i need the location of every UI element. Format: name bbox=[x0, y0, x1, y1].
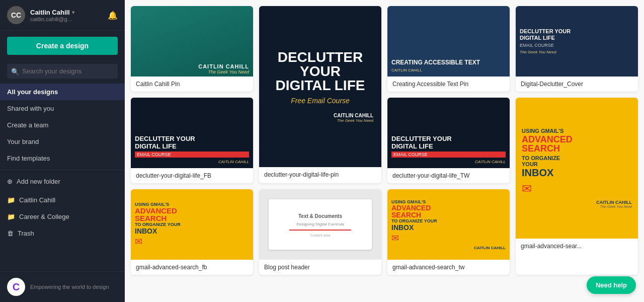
sidebar-item-find-templates[interactable]: Find templates bbox=[0, 150, 125, 167]
user-name: Caitlin Cahill ▾ bbox=[30, 9, 104, 16]
main-content: CAITLIN CAHILL The Geek You Need Caitlin… bbox=[125, 0, 644, 302]
search-input[interactable] bbox=[7, 64, 118, 79]
folder-icon: 📁 bbox=[7, 213, 15, 220]
design-card-gmail-fb[interactable]: USING GMAIL'S ADVANCEDSEARCH TO ORGANIZE… bbox=[131, 189, 253, 275]
sidebar-item-all-designs[interactable]: All your designs bbox=[0, 84, 125, 100]
design-card-declutter-fb[interactable]: DECLUTTER YOURDIGITAL LIFE EMAIL COURSE … bbox=[131, 98, 253, 183]
need-help-button[interactable]: Need help bbox=[587, 276, 636, 294]
folder-icon: 📁 bbox=[7, 196, 15, 204]
design-thumb: USING GMAIL'S ADVANCEDSEARCH TO ORGANIZE… bbox=[387, 189, 510, 260]
design-card-blog-post[interactable]: Text & Documents Designing Digital Curri… bbox=[259, 189, 381, 275]
sidebar: CC Caitlin Cahill ▾ caitlin.cahill@g... … bbox=[0, 0, 125, 302]
design-card-gmail-right-large[interactable]: USING GMAIL'S ADVANCEDSEARCH TO ORGANIZE… bbox=[516, 98, 638, 275]
sidebar-footer: C Empowering the world to design bbox=[0, 271, 125, 302]
design-label: declutter-your-digital-life-pin bbox=[259, 167, 381, 182]
avatar: CC bbox=[7, 6, 25, 24]
design-card-declutter-tw[interactable]: DECLUTTER YOURDIGITAL LIFE EMAIL COURSE … bbox=[387, 98, 510, 183]
design-thumb: USING GMAIL'S ADVANCEDSEARCH TO ORGANIZE… bbox=[516, 98, 638, 239]
search-container: 🔍 bbox=[7, 64, 118, 79]
design-label: gmail-advanced-search_tw bbox=[387, 260, 510, 275]
design-label: gmail-advanced-sear... bbox=[516, 239, 638, 254]
design-thumb: USING GMAIL'S ADVANCEDSEARCH TO ORGANIZE… bbox=[131, 189, 253, 260]
user-info: Caitlin Cahill ▾ caitlin.cahill@g... bbox=[30, 9, 104, 22]
bell-icon[interactable]: 🔔 bbox=[108, 11, 118, 20]
user-email: caitlin.cahill@g... bbox=[30, 16, 104, 22]
dropdown-arrow-icon[interactable]: ▾ bbox=[72, 10, 74, 15]
sidebar-folder-career[interactable]: 📁 Career & College bbox=[0, 208, 125, 225]
design-label: declutter-your-digital-life_TW bbox=[387, 168, 510, 183]
design-card-gmail-tw[interactable]: USING GMAIL'S ADVANCEDSEARCH TO ORGANIZE… bbox=[387, 189, 510, 275]
sidebar-item-create-team[interactable]: Create a team bbox=[0, 117, 125, 133]
design-thumb: DECLUTTER YOURDIGITAL LIFE EMAIL COURSE … bbox=[131, 98, 253, 168]
footer-tagline: Empowering the world to design bbox=[30, 283, 109, 290]
design-thumb: DECLUTTERYOURDIGITAL LIFE Free Email Cou… bbox=[259, 6, 381, 167]
canva-logo: C bbox=[7, 278, 25, 296]
design-card-caitlin-pin[interactable]: CAITLIN CAHILL The Geek You Need Caitlin… bbox=[131, 6, 253, 92]
design-thumb: CREATING ACCESSIBLE TEXT CAITLIN CAHILL bbox=[387, 6, 510, 77]
design-card-digital-declutter[interactable]: DECLUTTER YOURDIGITAL LIFE EMAIL COURSE … bbox=[516, 6, 638, 92]
design-label: gmail-advanced-search_fb bbox=[131, 260, 253, 275]
create-design-button[interactable]: Create a design bbox=[7, 37, 118, 55]
sidebar-item-your-brand[interactable]: Your brand bbox=[0, 133, 125, 150]
add-folder-button[interactable]: ⊕ Add new folder bbox=[0, 173, 125, 190]
design-card-accessible-text[interactable]: CREATING ACCESSIBLE TEXT CAITLIN CAHILL … bbox=[387, 6, 510, 92]
design-card-declutter-pin[interactable]: DECLUTTERYOURDIGITAL LIFE Free Email Cou… bbox=[259, 6, 381, 183]
folder-section: 📁 Caitlin Cahill 📁 Career & College 🗑 Tr… bbox=[0, 192, 125, 242]
sidebar-item-shared[interactable]: Shared with you bbox=[0, 100, 125, 117]
sidebar-folder-caitlin[interactable]: 📁 Caitlin Cahill bbox=[0, 192, 125, 208]
sidebar-header: CC Caitlin Cahill ▾ caitlin.cahill@g... … bbox=[0, 0, 125, 31]
design-thumb: DECLUTTER YOURDIGITAL LIFE EMAIL COURSE … bbox=[387, 98, 510, 168]
trash-icon: 🗑 bbox=[7, 230, 14, 237]
sidebar-folder-trash[interactable]: 🗑 Trash bbox=[0, 225, 125, 242]
design-label: Caitlin Cahill Pin bbox=[131, 77, 253, 92]
design-label: Digital-Declutter_Cover bbox=[516, 77, 638, 92]
add-folder-icon: ⊕ bbox=[7, 178, 13, 185]
design-label: Creating Accessible Text Pin bbox=[387, 77, 510, 92]
design-thumb: DECLUTTER YOURDIGITAL LIFE EMAIL COURSE … bbox=[516, 6, 638, 77]
design-thumb: CAITLIN CAHILL The Geek You Need bbox=[131, 6, 253, 77]
design-label: declutter-your-digital-life_FB bbox=[131, 168, 253, 183]
design-label: Blog post header bbox=[259, 260, 381, 275]
design-thumb: Text & Documents Designing Digital Curri… bbox=[259, 189, 381, 260]
